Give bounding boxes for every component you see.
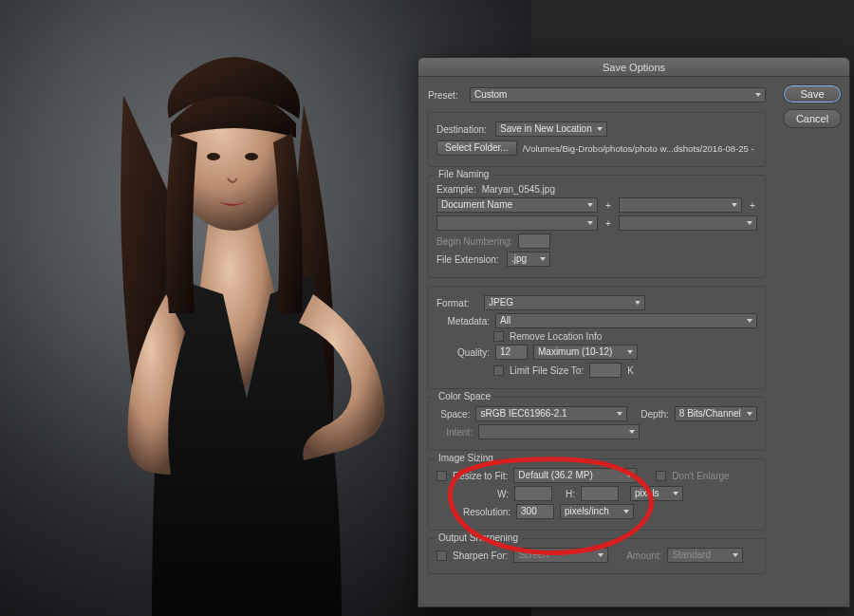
cancel-button[interactable]: Cancel [783, 109, 842, 128]
size-unit-select[interactable]: pixels [630, 486, 683, 501]
limit-filesize-checkbox[interactable] [493, 365, 504, 376]
remove-location-label: Remove Location Info [510, 331, 602, 342]
file-naming-title: File Naming [435, 169, 492, 179]
dont-enlarge-label: Don't Enlarge [672, 471, 729, 481]
width-input[interactable] [514, 486, 552, 501]
dialog-title: Save Options [418, 58, 849, 77]
resolution-input[interactable]: 300 [516, 504, 554, 519]
sharpen-for-checkbox[interactable] [436, 551, 447, 561]
plus-icon: + [748, 200, 757, 211]
example-label: Example: [436, 184, 476, 195]
filename-token-3[interactable] [436, 215, 598, 231]
format-select[interactable]: JPEG [484, 295, 645, 310]
quality-label: Quality: [436, 347, 490, 358]
intent-select[interactable] [478, 424, 640, 439]
quality-preset-select[interactable]: Maximum (10-12) [533, 345, 638, 360]
destination-select[interactable]: Save in New Location [495, 121, 607, 137]
height-label: H: [566, 489, 575, 499]
format-label: Format: [436, 298, 478, 308]
resize-to-fit-checkbox[interactable] [436, 471, 447, 481]
remove-location-checkbox[interactable] [493, 331, 504, 342]
destination-label: Destination: [436, 124, 490, 135]
file-naming-section: File Naming Example: Maryan_0545.jpg Doc… [428, 175, 766, 278]
svg-point-1 [207, 153, 220, 160]
filename-token-2[interactable] [619, 197, 742, 213]
depth-select[interactable]: 8 Bits/Channel [675, 406, 757, 421]
example-value: Maryan_0545.jpg [482, 184, 555, 195]
sharpen-for-label: Sharpen For: [453, 551, 508, 561]
amount-select[interactable]: Standard [667, 548, 743, 563]
file-extension-label: File Extension: [436, 254, 501, 265]
preset-select[interactable]: Custom [470, 87, 766, 103]
color-space-title: Color Space [435, 391, 494, 401]
intent-label: Intent: [436, 427, 473, 438]
color-space-section: Color Space Space: sRGB IEC61966-2.1 Dep… [428, 397, 766, 451]
limit-filesize-label: Limit File Size To: [510, 365, 584, 376]
svg-point-2 [245, 153, 258, 160]
resolution-label: Resolution: [463, 507, 511, 517]
width-label: W: [497, 489, 509, 499]
save-options-dialog: Save Options Preset: Custom Destination:… [418, 57, 850, 607]
begin-numbering-input[interactable] [518, 233, 550, 249]
plus-icon: + [603, 218, 613, 229]
select-folder-button[interactable]: Select Folder... [436, 140, 517, 156]
output-sharpening-title: Output Sharpening [435, 532, 522, 543]
plus-icon: + [603, 200, 613, 211]
limit-filesize-input[interactable] [589, 363, 622, 378]
file-extension-select[interactable]: .jpg [507, 252, 550, 267]
space-label: Space: [436, 409, 470, 420]
resize-to-fit-select[interactable]: Default (36.2 MP) [513, 468, 637, 483]
sharpen-for-select[interactable]: Screen [513, 548, 608, 563]
format-section: Format: JPEG Metadata: All Remove Locati… [428, 286, 766, 389]
preset-label: Preset: [428, 90, 464, 101]
destination-path: /Volumes/Big-Drobo/photos/photo w...dsho… [523, 143, 757, 154]
save-button[interactable]: Save [783, 84, 842, 103]
resolution-unit-select[interactable]: pixels/inch [560, 504, 634, 519]
image-sizing-title: Image Sizing [435, 453, 497, 463]
metadata-label: Metadata: [436, 316, 490, 327]
resize-to-fit-label: Resize to Fit: [453, 471, 508, 481]
portrait-subject [57, 28, 436, 616]
quality-input[interactable]: 12 [495, 345, 528, 360]
image-sizing-section: Image Sizing Resize to Fit: Default (36.… [428, 458, 766, 531]
amount-label: Amount: [614, 551, 661, 561]
begin-numbering-label: Begin Numbering: [436, 236, 512, 247]
filename-token-1[interactable]: Document Name [436, 197, 598, 213]
depth-label: Depth: [633, 409, 668, 420]
metadata-select[interactable]: All [495, 313, 757, 328]
filename-token-4[interactable] [619, 215, 757, 231]
destination-section: Destination: Save in New Location Select… [428, 112, 766, 167]
space-select[interactable]: sRGB IEC61966-2.1 [475, 406, 627, 421]
height-input[interactable] [581, 486, 619, 501]
output-sharpening-section: Output Sharpening Sharpen For: Screen Am… [428, 538, 766, 574]
dont-enlarge-checkbox[interactable] [656, 471, 666, 481]
limit-filesize-unit: K [627, 365, 634, 376]
